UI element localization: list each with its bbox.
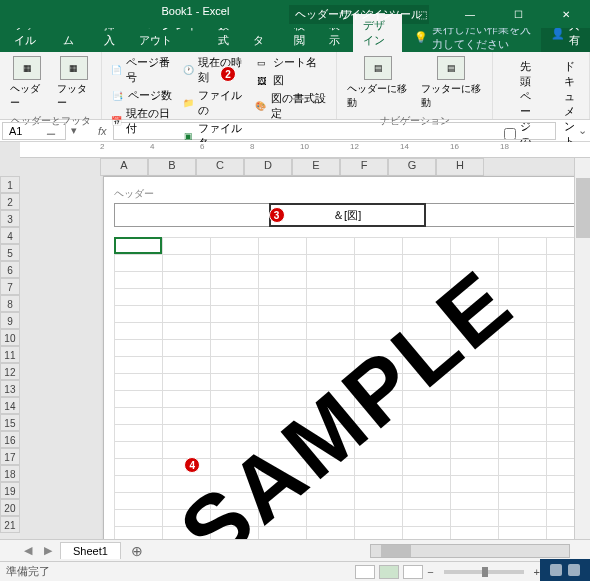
footer-button[interactable]: ▦フッター [53,54,96,112]
col-header[interactable]: E [292,158,340,176]
zoom-slider[interactable] [444,570,524,574]
formula-bar-expand[interactable]: ⌄ [574,124,590,137]
status-bar: 準備完了 − + 100% [0,561,590,581]
sheet-tab-1[interactable]: Sheet1 [60,542,121,559]
vertical-scrollbar[interactable] [574,158,590,539]
picture-format-button[interactable]: 🎨図の書式設定 [253,90,331,122]
col-header[interactable]: F [340,158,388,176]
sheet-name-button[interactable]: ▭シート名 [253,54,331,71]
select-all-corner[interactable] [20,158,100,176]
group-elements: 📄ページ番号 📑ページ数 📅現在の日付 🕐現在の時刻 📁ファイルの ▣ファイル名… [102,52,337,119]
folder-icon: 📁 [182,96,194,110]
current-time-button[interactable]: 🕐現在の時刻 [180,54,248,86]
picture-button[interactable]: 🖼図 [253,72,331,89]
system-tray [540,559,590,581]
add-sheet-button[interactable]: ⊕ [125,543,149,559]
col-header[interactable]: H [436,158,484,176]
col-header[interactable]: C [196,158,244,176]
title-bar: Book1 - Excel ヘッダー/フッター ツール サインイン ⬚ ― ☐ … [0,0,590,28]
goto-header-button[interactable]: ▤ヘッダーに移動 [343,54,412,112]
row-header[interactable]: 17 [0,448,20,465]
col-header[interactable]: A [100,158,148,176]
share-icon: 👤 [551,27,565,40]
callout-2: 2 [220,66,236,82]
row-header[interactable]: 9 [0,312,20,329]
page-break-view-button[interactable] [403,565,423,579]
page-count-button[interactable]: 📑ページ数 [108,87,176,104]
doc-title: Book1 - Excel [162,5,230,24]
header-left-section[interactable] [115,204,269,226]
page-icon: 📄 [110,63,122,77]
row-header[interactable]: 13 [0,380,20,397]
format-icon: 🎨 [255,99,267,113]
row-header[interactable]: 8 [0,295,20,312]
ribbon-tabs: ファイル ホーム 挿入 ページ レイアウト 数式 データ 校閲 表示 デザイン … [0,28,590,52]
name-box-dropdown[interactable]: ▾ [66,124,82,137]
excel-icon: ▣ [182,129,194,143]
name-box[interactable]: A1 [2,122,66,140]
row-header[interactable]: 21 [0,516,20,533]
zoom-slider-thumb[interactable] [482,567,488,577]
row-header[interactable]: 1 [0,176,20,193]
tray-icon-1[interactable] [550,564,562,576]
header-label: ヘッダー [114,187,579,201]
column-headers: ABCDEFGH [20,158,590,176]
footer-icon: ▦ [60,56,88,80]
page-number-button[interactable]: 📄ページ番号 [108,54,176,86]
col-header[interactable]: B [148,158,196,176]
goto-header-icon: ▤ [364,56,392,80]
row-header[interactable]: 14 [0,397,20,414]
header-button[interactable]: ▦ヘッダー [6,54,49,112]
file-path-button[interactable]: 📁ファイルの [180,87,248,119]
header-center-section[interactable]: 3 ＆[図] [269,203,426,227]
row-headers: 123456789101112131415161718192021 [0,176,20,561]
gridlines [114,237,579,561]
header-right-section[interactable] [425,204,578,226]
row-header[interactable]: 10 [0,329,20,346]
maximize-button[interactable]: ☐ [498,0,538,28]
minimize-button[interactable]: ― [450,0,490,28]
row-header[interactable]: 18 [0,465,20,482]
page-layout-view-button[interactable] [379,565,399,579]
normal-view-button[interactable] [355,565,375,579]
vscroll-thumb[interactable] [576,178,590,238]
group-header-footer: ▦ヘッダー ▦フッター ヘッダーとフッター [0,52,102,119]
group-navigation: ▤ヘッダーに移動 ▤フッターに移動 ナビゲーション [337,52,492,119]
horizontal-scrollbar[interactable] [370,544,570,558]
worksheet-grid[interactable]: SAMPLE 4 [114,237,579,561]
pages-icon: 📑 [110,89,124,103]
row-header[interactable]: 20 [0,499,20,516]
tray-icon-2[interactable] [568,564,580,576]
col-header[interactable]: D [244,158,292,176]
row-header[interactable]: 5 [0,244,20,261]
group-options: 先頭ページのみ別指定 奇数/偶数ページ別指定 ドキュメントに合わせて拡大/縮小 … [493,52,590,119]
row-header[interactable]: 15 [0,414,20,431]
row-header[interactable]: 11 [0,346,20,363]
row-header[interactable]: 16 [0,431,20,448]
current-date-button[interactable]: 📅現在の日付 [108,105,176,137]
row-header[interactable]: 12 [0,363,20,380]
row-header[interactable]: 3 [0,210,20,227]
tab-nav-next[interactable]: ▶ [40,544,56,557]
sheet-area: 24681012141618 ABCDEFGH 1234567891011121… [0,142,590,561]
row-header[interactable]: 4 [0,227,20,244]
header-center-content: ＆[図] [271,205,424,225]
signin-link[interactable]: サインイン [339,7,394,22]
callout-3: 3 [269,207,285,223]
sheet-tabs-bar: ◀ ▶ Sheet1 ⊕ [0,539,590,561]
tab-nav-prev[interactable]: ◀ [20,544,36,557]
close-button[interactable]: ✕ [546,0,586,28]
goto-footer-button[interactable]: ▤フッターに移動 [417,54,486,112]
active-cell-a1[interactable] [114,237,162,254]
bulb-icon: 💡 [414,31,428,44]
row-header[interactable]: 6 [0,261,20,278]
hscroll-thumb[interactable] [381,545,411,557]
col-header[interactable]: G [388,158,436,176]
row-header[interactable]: 19 [0,482,20,499]
row-header[interactable]: 2 [0,193,20,210]
row-header[interactable]: 7 [0,278,20,295]
header-icon: ▦ [13,56,41,80]
zoom-out-button[interactable]: − [427,566,433,578]
goto-footer-icon: ▤ [437,56,465,80]
ribbon-options-button[interactable]: ⬚ [402,0,442,28]
